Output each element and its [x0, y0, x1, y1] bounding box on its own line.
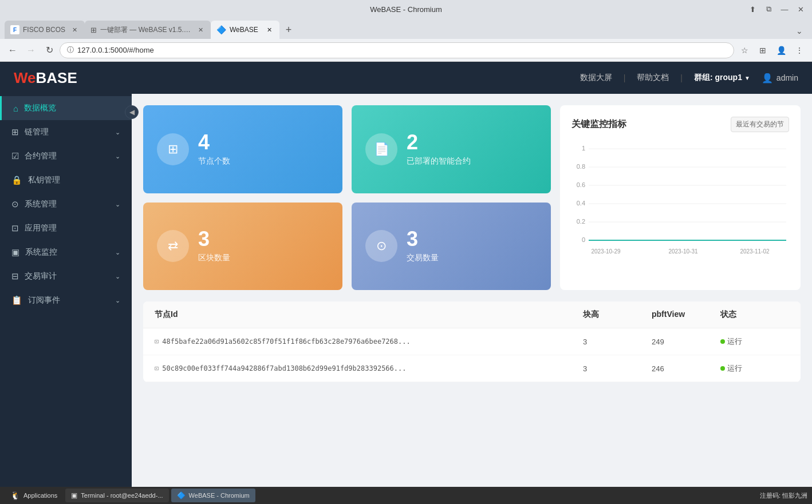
window-close-btn[interactable]: ✕	[794, 2, 807, 16]
back-btn[interactable]: ←	[5, 42, 21, 58]
applications-label: Applications	[23, 492, 57, 499]
sidebar-label-sys-monitor: 系统监控	[25, 247, 57, 257]
group-selector[interactable]: 群组: group1 ▼	[694, 73, 750, 83]
copy-icon-2[interactable]: ⊡	[155, 364, 159, 372]
extensions-btn[interactable]: ⊞	[755, 42, 771, 58]
tab-webase[interactable]: 🔷 WeBASE ✕	[211, 21, 279, 39]
node-id-1-text: 48f5bafe22a06d91a5602c85f70f51f1f86cfb63…	[162, 338, 410, 346]
status-2: 运行	[720, 363, 789, 374]
sidebar-item-sys-monitor[interactable]: ▣ 系统监控 ⌄	[0, 240, 132, 264]
events-icon: 📋	[11, 295, 22, 305]
card-transactions-info: 3 交易数量	[407, 229, 439, 263]
sidebar-label-sys-mgmt: 系统管理	[25, 199, 57, 209]
tx-audit-arrow-icon: ⌄	[115, 273, 120, 280]
card-transactions-icon-circle: ⊙	[365, 230, 397, 262]
col-block-height: 块高	[583, 309, 652, 320]
top-nav-links: 数据大屏 | 帮助文档 | 群组: group1 ▼ 👤 admin	[580, 73, 798, 84]
chain-arrow-icon: ⌄	[115, 129, 120, 136]
applications-icon: 🐧	[10, 491, 20, 500]
sidebar-item-chain-mgmt[interactable]: ⊞ 链管理 ⌄	[0, 120, 132, 144]
col-node-id: 节点Id	[155, 309, 583, 320]
taskbar-terminal[interactable]: ▣ Terminal - root@ee24aedd-...	[65, 489, 168, 502]
forward-btn[interactable]: →	[23, 42, 39, 58]
tab-deploy-label: 一键部署 — WeBASE v1.5.5 文...	[100, 25, 192, 35]
col-status: 状态	[720, 309, 789, 320]
user-profile[interactable]: 👤 admin	[762, 73, 798, 84]
audit-icon: ⊟	[11, 271, 19, 281]
card-blocks-icon-circle: ⇄	[157, 230, 189, 262]
card-transactions-label: 交易数量	[407, 253, 439, 263]
nav-sep1: |	[624, 73, 626, 82]
top-nav: WeBASE 数据大屏 | 帮助文档 | 群组: group1 ▼ 👤 admi…	[0, 62, 812, 94]
terminal-label: Terminal - root@ee24aedd-...	[81, 492, 163, 499]
pbft-view-1: 249	[652, 338, 720, 346]
sidebar-wrapper: ◀ ⌂ 数据概览 ⊞ 链管理 ⌄ ☑ 合约管理	[0, 94, 132, 487]
chevron-down-icon: ▼	[744, 75, 750, 81]
tab-overflow-btn[interactable]: ⌄	[791, 23, 807, 39]
sidebar-item-app-mgmt[interactable]: ⊡ 应用管理	[0, 216, 132, 240]
bookmark-btn[interactable]: ☆	[736, 42, 752, 58]
card-contracts-label: 已部署的智能合约	[407, 156, 471, 166]
sidebar-item-contract-mgmt[interactable]: ☑ 合约管理 ⌄	[0, 144, 132, 168]
group-label: 群组: group1	[694, 73, 742, 83]
svg-text:0.2: 0.2	[577, 218, 585, 225]
new-tab-btn[interactable]: +	[279, 21, 298, 39]
browser-tabs: F FISCO BCOS ✕ ⊞ 一键部署 — WeBASE v1.5.5 文.…	[0, 18, 812, 39]
tab-fisco[interactable]: F FISCO BCOS ✕	[5, 21, 85, 39]
taskbar-applications[interactable]: 🐧 Applications	[5, 489, 63, 502]
sidebar-item-data-overview[interactable]: ⌂ 数据概览	[0, 96, 132, 120]
tab-deploy[interactable]: ⊞ 一键部署 — WeBASE v1.5.5 文... ✕	[85, 21, 211, 39]
apps-icon: ⊡	[11, 223, 19, 233]
window-maximize-btn[interactable]: ⬆	[746, 2, 759, 16]
tab-deploy-close[interactable]: ✕	[196, 25, 205, 34]
window-minimize-btn[interactable]: —	[778, 2, 791, 16]
monitor-filter-btn[interactable]: 最近有交易的节	[731, 117, 789, 132]
dashboard-main: ⊞ 4 节点个数 📄 2 已部署的智能合约	[143, 105, 801, 290]
sidebar-label-data-overview: 数据概览	[24, 103, 56, 113]
menu-btn[interactable]: ⋮	[791, 42, 807, 58]
svg-text:1: 1	[582, 145, 585, 152]
card-blocks-number: 3	[198, 229, 230, 249]
sidebar: ◀ ⌂ 数据概览 ⊞ 链管理 ⌄ ☑ 合约管理	[0, 94, 132, 487]
taskbar: 🐧 Applications ▣ Terminal - root@ee24aed…	[0, 487, 812, 504]
tab-webase-label: WeBASE	[230, 26, 261, 34]
sidebar-item-sys-mgmt[interactable]: ⊙ 系统管理 ⌄	[0, 192, 132, 216]
nav-sep2: |	[680, 73, 683, 82]
card-contracts-icon-circle: 📄	[365, 133, 397, 165]
status-1: 运行	[720, 336, 789, 347]
reload-btn[interactable]: ↻	[41, 42, 57, 58]
sys-mgmt-arrow-icon: ⌄	[115, 201, 120, 208]
table-header: 节点Id 块高 pbftView 状态	[143, 301, 801, 328]
svg-text:0.8: 0.8	[577, 163, 585, 170]
copy-icon-1[interactable]: ⊡	[155, 338, 159, 346]
logo-we: We	[14, 69, 36, 87]
terminal-icon: ▣	[71, 491, 77, 499]
sidebar-collapse-btn[interactable]: ◀	[125, 105, 139, 119]
profile-btn[interactable]: 👤	[773, 42, 789, 58]
contract-icon: ☑	[11, 151, 19, 161]
help-docs-link[interactable]: 帮助文档	[637, 73, 669, 83]
sidebar-item-tx-audit[interactable]: ⊟ 交易审计 ⌄	[0, 264, 132, 288]
url-text: 127.0.0.1:5000/#/home	[77, 46, 154, 54]
card-nodes-info: 4 节点个数	[198, 132, 230, 166]
tab-fisco-icon: F	[10, 25, 19, 34]
data-screen-link[interactable]: 数据大屏	[580, 73, 612, 83]
sidebar-item-events[interactable]: 📋 订阅事件 ⌄	[0, 288, 132, 312]
logo-base: BASE	[36, 69, 77, 87]
tab-webase-icon: 🔷	[216, 25, 226, 34]
tab-webase-close[interactable]: ✕	[265, 25, 274, 34]
monitor-icon: ▣	[11, 247, 19, 257]
sidebar-item-key-mgmt[interactable]: 🔒 私钥管理	[0, 168, 132, 192]
tab-fisco-close[interactable]: ✕	[70, 25, 79, 34]
card-nodes-number: 4	[198, 132, 230, 153]
content-area: ⊞ 4 节点个数 📄 2 已部署的智能合约	[132, 94, 812, 487]
window-restore-btn[interactable]: ⧉	[762, 2, 775, 16]
events-arrow-icon: ⌄	[115, 297, 120, 304]
address-bar-container: ← → ↻ ⓘ 127.0.0.1:5000/#/home ☆ ⊞ 👤 ⋮	[0, 39, 812, 62]
sidebar-label-chain-mgmt: 链管理	[25, 127, 49, 137]
sidebar-label-app-mgmt: 应用管理	[25, 223, 57, 233]
taskbar-webase[interactable]: 🔷 WeBASE - Chromium	[171, 489, 255, 502]
address-input[interactable]: ⓘ 127.0.0.1:5000/#/home	[60, 42, 734, 58]
sys-monitor-arrow-icon: ⌄	[115, 249, 120, 256]
monitor-header: 关键监控指标 最近有交易的节	[571, 117, 789, 132]
